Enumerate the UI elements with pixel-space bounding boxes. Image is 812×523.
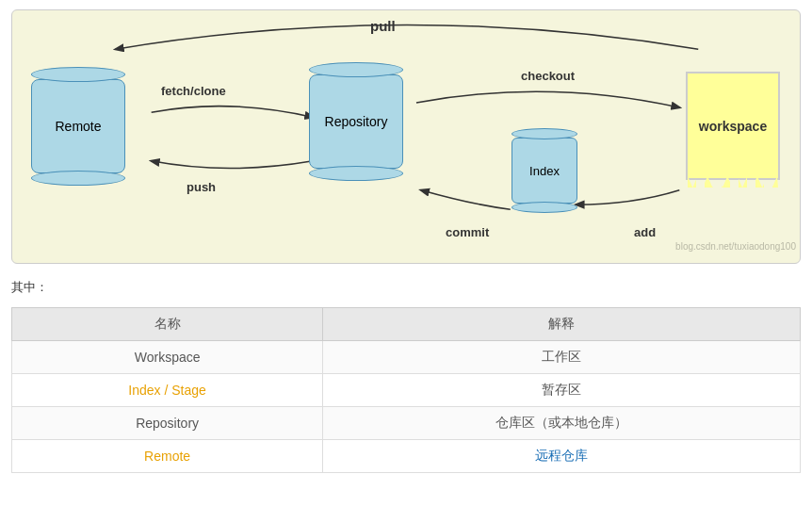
- remote-cyl-top: [31, 67, 125, 82]
- pull-label: pull: [370, 18, 396, 34]
- table-cell-desc: 远程仓库: [323, 440, 801, 473]
- col-name-header: 名称: [12, 308, 323, 341]
- add-label: add: [634, 225, 656, 239]
- fetch-clone-label: fetch/clone: [161, 84, 226, 98]
- remote-cyl-body: Remote: [31, 79, 125, 173]
- push-label: push: [187, 180, 216, 194]
- index-cyl-top: [512, 128, 577, 139]
- table-cell-desc: 仓库区（或本地仓库）: [323, 407, 801, 440]
- remote-cyl-bottom: [31, 171, 125, 186]
- below-text: 其中：: [0, 273, 812, 303]
- commit-label: commit: [446, 225, 489, 239]
- table-row: Repository仓库区（或本地仓库）: [12, 407, 801, 440]
- watermark: blog.csdn.net/tuxiaodong100: [675, 241, 796, 252]
- table-row: Index / Stage暂存区: [12, 374, 801, 407]
- table-row: Remote远程仓库: [12, 440, 801, 473]
- repo-cyl-top: [309, 62, 403, 77]
- table-cell-desc: 暂存区: [323, 374, 801, 407]
- table-body: Workspace工作区Index / Stage暂存区Repository仓库…: [12, 341, 801, 473]
- table-row: Workspace工作区: [12, 341, 801, 374]
- col-desc-header: 解释: [323, 308, 801, 341]
- concepts-table: 名称 解释 Workspace工作区Index / Stage暂存区Reposi…: [11, 307, 801, 473]
- table-cell-name: Remote: [12, 440, 323, 473]
- index-cyl-body: Index: [512, 138, 577, 204]
- index-cyl-bottom: [512, 202, 577, 213]
- table-cell-name: Index / Stage: [12, 374, 323, 407]
- table-header: 名称 解释: [12, 308, 801, 341]
- table-cell-desc: 工作区: [323, 341, 801, 374]
- table-cell-name: Repository: [12, 407, 323, 440]
- diagram-arrows: [12, 10, 800, 263]
- workspace-box: workspace: [686, 72, 780, 180]
- repo-cyl-body: Repository: [309, 74, 403, 169]
- repo-cyl-bottom: [309, 166, 403, 181]
- checkout-label: checkout: [521, 69, 575, 83]
- git-diagram: pull Remote fetch/clone push Repository …: [11, 9, 801, 264]
- workspace-label: workspace: [699, 119, 767, 134]
- repository-cylinder: Repository: [309, 62, 403, 181]
- table-cell-name: Workspace: [12, 341, 323, 374]
- table-wrapper: 名称 解释 Workspace工作区Index / Stage暂存区Reposi…: [11, 307, 801, 473]
- remote-cylinder: Remote: [31, 67, 125, 186]
- index-cylinder: Index: [512, 128, 577, 213]
